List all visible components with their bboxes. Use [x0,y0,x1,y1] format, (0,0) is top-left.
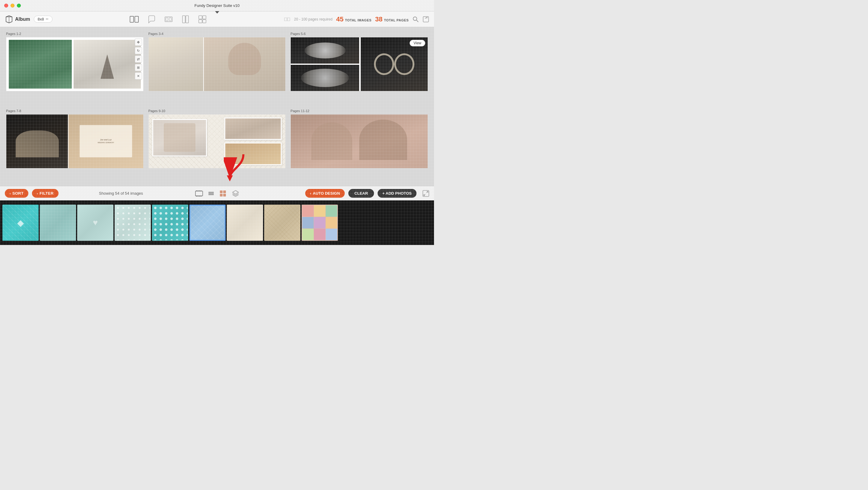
close-icon[interactable]: ✕ [135,72,142,79]
strip-photo-teal-hearts[interactable]: ♥ [77,205,114,241]
strip-photo-teal-weave[interactable] [40,205,76,241]
move-icon[interactable]: ✥ [135,39,142,46]
rotate-icon[interactable]: ↻ [135,47,142,54]
spread-controls: ✥ ↻ ⇄ ⊞ ✕ [135,39,142,79]
photo-strip[interactable]: ◆ ♥ [0,200,434,245]
swap-icon[interactable]: ⇄ [135,56,142,63]
grid-icon[interactable]: ⊞ [135,64,142,71]
strip-photo-blue-damask[interactable] [189,205,226,241]
strip-photo-teal-dots[interactable] [152,205,188,241]
strip-photo-multicolor[interactable] [302,205,338,241]
dropdown-arrow-icon [215,11,219,13]
strip-photo-teal-dots-light[interactable] [115,205,151,241]
view-button[interactable]: View [409,40,425,46]
strip-photo-beige-pattern[interactable] [264,205,300,241]
